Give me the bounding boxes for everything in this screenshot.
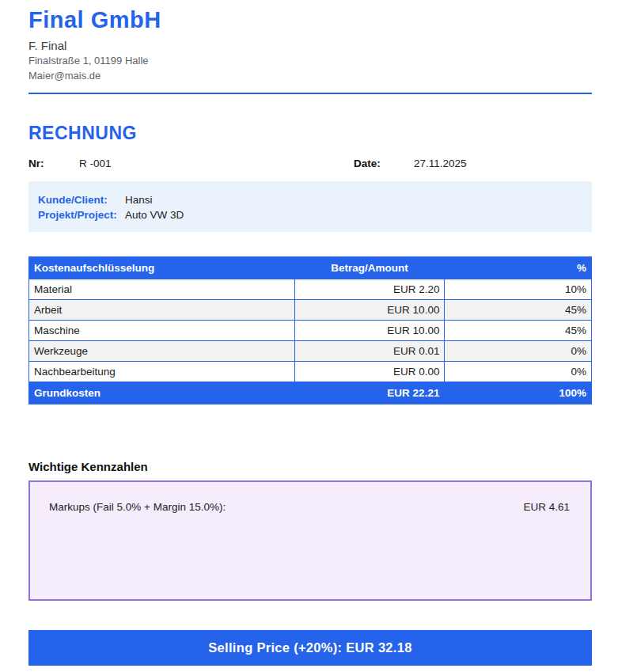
total-label: Grundkosten: [29, 382, 295, 404]
cost-label: Werkzeuge: [29, 341, 295, 362]
invoice-date-value: 27.11.2025: [414, 158, 467, 170]
markup-label: Markups (Fail 5.0% + Margin 15.0%):: [49, 501, 226, 514]
client-row: Kunde/Client: Hansi: [38, 192, 582, 207]
client-label: Kunde/Client:: [38, 192, 125, 207]
cost-percent: 0%: [445, 341, 592, 362]
invoice-meta-row: Nr: R -001 Date: 27.11.2025: [28, 158, 592, 170]
cost-label: Arbeit: [29, 300, 295, 321]
project-label: Projekt/Project:: [38, 207, 125, 222]
cost-amount: EUR 10.00: [294, 300, 445, 321]
total-percent: 100%: [445, 382, 592, 404]
client-value: Hansi: [125, 192, 153, 207]
project-row: Projekt/Project: Auto VW 3D: [38, 207, 582, 222]
cost-amount: EUR 0.00: [294, 362, 445, 382]
cost-amount: EUR 0.01: [294, 341, 445, 362]
cost-amount: EUR 10.00: [294, 321, 445, 341]
table-row: Werkzeuge EUR 0.01 0%: [29, 341, 592, 362]
markup-value: EUR 4.61: [523, 501, 570, 514]
cost-percent: 0%: [445, 362, 592, 382]
total-row: Grundkosten EUR 22.21 100%: [29, 382, 592, 404]
project-value: Auto VW 3D: [125, 207, 184, 222]
table-row: Maschine EUR 10.00 45%: [29, 321, 592, 341]
cost-percent: 45%: [445, 300, 592, 321]
col-header-betrag-amount: Betrag/Amount: [294, 257, 445, 279]
table-row: Nachbearbeitung EUR 0.00 0%: [29, 362, 592, 382]
total-amount: EUR 22.21: [294, 382, 445, 404]
company-address: Finalstraße 1, 01199 Halle: [28, 53, 592, 68]
markup-row: Markups (Fail 5.0% + Margin 15.0%): EUR …: [49, 501, 570, 514]
selling-price-banner: Selling Price (+20%): EUR 32.18: [28, 630, 592, 666]
cost-label: Maschine: [29, 321, 295, 341]
client-info-box: Kunde/Client: Hansi Projekt/Project: Aut…: [28, 181, 592, 232]
cost-amount: EUR 2.20: [294, 279, 445, 300]
kennzahlen-box: Markups (Fail 5.0% + Margin 15.0%): EUR …: [28, 480, 592, 601]
invoice-date-label: Date:: [354, 158, 414, 170]
cost-breakdown-table: Kostenaufschlüsselung Betrag/Amount % Ma…: [28, 256, 592, 404]
invoice-document: Final GmbH F. Final Finalstraße 1, 01199…: [0, 0, 618, 672]
cost-percent: 45%: [445, 321, 592, 341]
header-divider: [28, 93, 592, 94]
cost-label: Nachbearbeitung: [29, 362, 295, 382]
cost-percent: 10%: [445, 279, 592, 300]
table-header-row: Kostenaufschlüsselung Betrag/Amount %: [29, 257, 592, 279]
table-row: Material EUR 2.20 10%: [29, 279, 592, 300]
company-contact-name: F. Final: [28, 39, 592, 53]
invoice-number-label: Nr:: [28, 158, 79, 170]
invoice-title: RECHNUNG: [28, 123, 592, 144]
kennzahlen-heading: Wichtige Kennzahlen: [28, 460, 592, 474]
invoice-number-value: R -001: [79, 158, 354, 170]
table-row: Arbeit EUR 10.00 45%: [29, 300, 592, 321]
company-header: Final GmbH F. Final Finalstraße 1, 01199…: [28, 6, 592, 83]
cost-label: Material: [29, 279, 295, 300]
col-header-kostenaufschluesselung: Kostenaufschlüsselung: [29, 257, 295, 279]
company-name: Final GmbH: [28, 6, 592, 33]
col-header-percent: %: [445, 257, 592, 279]
company-email: Maier@mais.de: [28, 68, 592, 83]
